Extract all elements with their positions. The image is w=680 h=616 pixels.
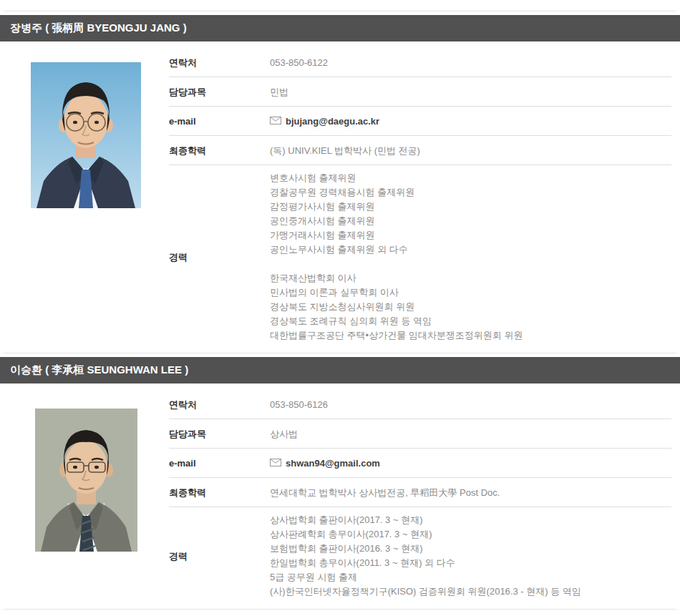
education-label: 최종학력 xyxy=(169,145,270,156)
career-item: 경찰공무원 경력채용시험 출제위원 xyxy=(270,185,671,200)
email-link[interactable]: shwan94@gmail.com xyxy=(270,458,380,469)
contact-value: 053-850-6126 xyxy=(270,399,328,410)
courses-label: 담당과목 xyxy=(169,87,270,97)
profile-name-bar: 이승환 ( 李承桓 SEUNGHWAN LEE ) xyxy=(0,357,680,383)
professor-profile-1: 장병주 ( 張柄周 BYEONGJU JANG ) xyxy=(0,15,680,353)
contact-row: 연락처 053-850-6126 xyxy=(169,390,671,419)
email-text: bjujang@daegu.ac.kr xyxy=(286,116,379,127)
career-item: 변호사시험 출제위원 xyxy=(270,171,671,185)
career-item: 공인노무사시험 출제위원 외 다수 xyxy=(270,243,671,257)
career-row: 경력 상사법학회 출판이사(2017. 3 ~ 현재) 상사판례학회 총무이사(… xyxy=(169,507,671,605)
career-item: 가맹거래사시험 출제위원 xyxy=(270,228,671,243)
email-link[interactable]: bjujang@daegu.ac.kr xyxy=(270,116,379,127)
courses-row: 담당과목 상사법 xyxy=(169,419,671,449)
courses-value: 민법 xyxy=(270,87,288,97)
career-item: 경상북도 조례규칙 심의회 위원 등 역임 xyxy=(270,314,671,328)
email-row: e-mail bjujang@daegu.ac.kr xyxy=(169,107,671,136)
contact-label: 연락처 xyxy=(169,399,270,410)
education-value: 연세대학교 법학박사 상사법전공, 早稻田大學 Post Doc. xyxy=(270,487,500,498)
career-list: 변호사시험 출제위원 경찰공무원 경력채용시험 출제위원 감정평가사시험 출제위… xyxy=(270,171,671,343)
courses-label: 담당과목 xyxy=(169,429,270,439)
professor-name: 이승환 ( 李承桓 SEUNGHWAN LEE ) xyxy=(10,363,188,377)
courses-value: 상사법 xyxy=(270,429,298,439)
section-divider xyxy=(4,353,676,353)
contact-row: 연락처 053-850-6122 xyxy=(169,48,671,77)
profile-content: 연락처 053-850-6122 담당과목 민법 e-mail bjujang@… xyxy=(0,41,680,353)
education-row: 최종학력 (독) UNIV.KIEL 법학박사 (민법 전공) xyxy=(169,136,671,165)
email-label: e-mail xyxy=(169,116,270,127)
profile-table: 연락처 053-850-6122 담당과목 민법 e-mail bjujang@… xyxy=(169,48,671,348)
career-row: 경력 변호사시험 출제위원 경찰공무원 경력채용시험 출제위원 감정평가사시험 … xyxy=(169,165,671,348)
email-label: e-mail xyxy=(169,458,270,469)
career-item: 대한법률구조공단 주택•상가건물 임대차분쟁조정위원회 위원 xyxy=(270,328,671,343)
career-item: (사)한국인터넷자율정책기구(KISO) 검증위원회 위원(2016.3 - 현… xyxy=(270,585,671,599)
education-label: 최종학력 xyxy=(169,487,270,498)
career-item: 민사법의 이론과 실무학회 이사 xyxy=(270,285,671,300)
envelope-icon xyxy=(270,116,281,127)
education-value: (독) UNIV.KIEL 법학박사 (민법 전공) xyxy=(270,145,420,156)
courses-row: 담당과목 민법 xyxy=(169,77,671,107)
career-item: 한국재산법학회 이사 xyxy=(270,271,671,285)
career-item: 상사판례학회 총무이사(2017. 3 ~ 현재) xyxy=(270,527,671,542)
faculty-page: 장병주 ( 張柄周 BYEONGJU JANG ) xyxy=(0,0,680,610)
professor-photo xyxy=(31,404,141,556)
photo-column xyxy=(0,48,169,348)
photo-column xyxy=(0,390,169,605)
email-row: e-mail shwan94@gmail.com xyxy=(169,449,671,478)
professor-name: 장병주 ( 張柄周 BYEONGJU JANG ) xyxy=(10,21,187,35)
section-divider xyxy=(4,11,676,11)
career-label: 경력 xyxy=(169,551,270,562)
career-item: 보험법학회 출판이사(2016. 3 ~ 현재) xyxy=(270,542,671,556)
professor-photo xyxy=(31,62,141,208)
professor-profile-2: 이승환 ( 李承桓 SEUNGHWAN LEE ) xyxy=(0,357,680,609)
section-divider xyxy=(4,609,676,610)
contact-value: 053-850-6122 xyxy=(270,57,328,68)
envelope-icon xyxy=(270,458,281,469)
career-label: 경력 xyxy=(169,252,270,263)
email-text: shwan94@gmail.com xyxy=(286,458,380,469)
career-list: 상사법학회 출판이사(2017. 3 ~ 현재) 상사판례학회 총무이사(201… xyxy=(270,513,671,599)
profile-content: 연락처 053-850-6126 담당과목 상사법 e-mail shwan94… xyxy=(0,383,680,609)
career-item: 감정평가사시험 출제위원 xyxy=(270,200,671,214)
career-item: 공인중개사시험 출제위원 xyxy=(270,214,671,228)
profile-table: 연락처 053-850-6126 담당과목 상사법 e-mail shwan94… xyxy=(169,390,671,605)
career-item: 상사법학회 출판이사(2017. 3 ~ 현재) xyxy=(270,513,671,527)
profile-name-bar: 장병주 ( 張柄周 BYEONGJU JANG ) xyxy=(0,15,680,41)
career-item: 5급 공무원 시험 출제 xyxy=(270,570,671,585)
career-item: 한일법학회 총무이사(2011. 3 ~ 현재) 외 다수 xyxy=(270,556,671,570)
education-row: 최종학력 연세대학교 법학박사 상사법전공, 早稻田大學 Post Doc. xyxy=(169,478,671,507)
career-item: 경상북도 지방소청심사위원회 위원 xyxy=(270,300,671,314)
contact-label: 연락처 xyxy=(169,57,270,68)
career-item-blank xyxy=(270,257,671,271)
